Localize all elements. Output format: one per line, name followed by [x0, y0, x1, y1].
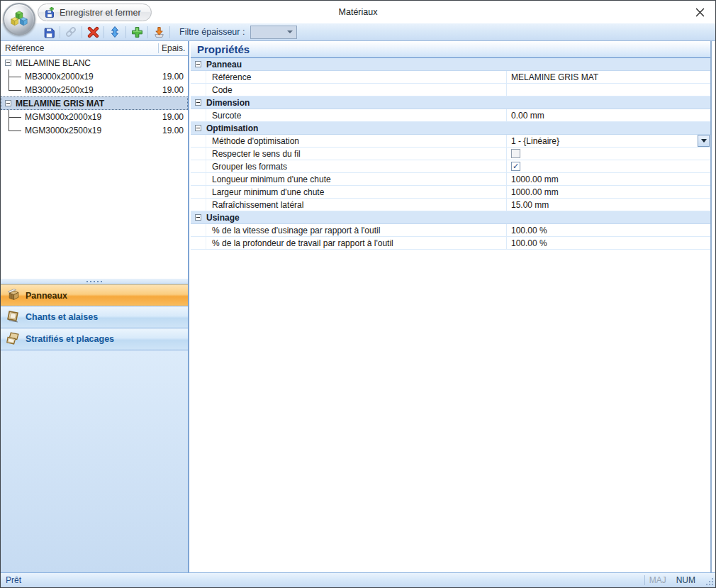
num-lock-indicator: NUM — [676, 575, 695, 585]
property-value[interactable]: 100.00 % — [507, 237, 710, 249]
property-gutter — [191, 237, 206, 249]
tree-connector — [5, 110, 25, 123]
save-and-close-label: Enregistrer et fermer — [60, 8, 141, 18]
property-row: RéférenceMELAMINE GRIS MAT — [191, 71, 710, 84]
property-row: Respecter le sens du fil — [191, 148, 710, 160]
toolbar-separator — [82, 26, 82, 38]
tree-item-label: MB3000x2500x19 — [25, 85, 158, 95]
property-category[interactable]: Optimisation — [191, 122, 710, 135]
collapse-icon[interactable] — [5, 100, 11, 106]
property-value-text: 1000.00 mm — [511, 187, 559, 197]
property-label: Rafraîchissement latéral — [206, 199, 507, 211]
save-and-close-button[interactable]: Enregistrer et fermer — [38, 4, 152, 21]
delete-button[interactable] — [84, 25, 101, 40]
tree-column-headers[interactable]: Référence Epais. — [1, 41, 188, 56]
filter-thickness-label: Filtre épaisseur : — [179, 27, 245, 37]
property-row: Code — [191, 84, 710, 96]
checkbox-unchecked[interactable] — [511, 149, 520, 158]
nav-button-label: Stratifiés et placages — [26, 334, 114, 344]
collapse-icon[interactable] — [195, 99, 201, 106]
property-category-label: Dimension — [206, 98, 250, 108]
property-label: % de la vitesse d'usinage par rapport à … — [206, 224, 507, 236]
property-value[interactable]: 1 - {Linéaire} — [507, 135, 710, 147]
properties-panel: Propriétés PanneauRéférenceMELAMINE GRIS… — [191, 41, 712, 572]
property-gutter — [191, 199, 206, 211]
property-value[interactable]: 1000.00 mm — [507, 186, 710, 198]
property-value[interactable]: 100.00 % — [507, 224, 710, 236]
panel-splitter[interactable] — [1, 278, 188, 284]
tree-item-thickness: 19.00 — [158, 85, 188, 95]
nav-button-stratifi-s-et-placages[interactable]: Stratifiés et placages — [1, 328, 188, 350]
application-menu-button[interactable] — [3, 3, 35, 35]
property-value-text: 100.00 % — [511, 226, 547, 235]
edgeband-icon — [6, 309, 20, 325]
property-gutter — [191, 224, 206, 236]
property-value[interactable]: 1000.00 mm — [507, 173, 710, 185]
property-value[interactable]: ✓ — [507, 160, 710, 172]
property-value-text: 100.00 % — [511, 238, 547, 248]
tree-group-row[interactable]: MELAMINE GRIS MAT — [1, 96, 188, 110]
property-row: % de la vitesse d'usinage par rapport à … — [191, 224, 710, 237]
nav-button-label: Panneaux — [26, 291, 67, 301]
link-icon — [65, 26, 77, 38]
dropdown-button[interactable] — [698, 135, 710, 147]
collapse-icon[interactable] — [195, 125, 201, 131]
property-value[interactable]: 0.00 mm — [507, 109, 710, 121]
property-label: Code — [206, 84, 507, 96]
cubes-logo-icon — [9, 9, 30, 30]
column-reference[interactable]: Référence — [1, 43, 158, 53]
caps-lock-indicator: MAJ — [649, 575, 666, 585]
delete-icon — [87, 26, 99, 38]
nav-button-label: Chants et alaises — [26, 312, 98, 322]
link-button[interactable] — [62, 25, 79, 40]
property-row: Méthode d'optimisation1 - {Linéaire} — [191, 135, 710, 148]
save-icon — [43, 26, 55, 38]
checkbox-checked[interactable]: ✓ — [511, 162, 520, 171]
tree-group-label: MELAMINE GRIS MAT — [16, 99, 158, 109]
panels-icon — [6, 288, 20, 304]
nav-button-panneaux[interactable]: Panneaux — [1, 284, 188, 306]
property-category[interactable]: Dimension — [191, 96, 710, 109]
laminate-icon — [6, 331, 20, 347]
resize-grip[interactable] — [705, 577, 714, 586]
tree-item-row[interactable]: MGM3000x2000x1919.00 — [1, 110, 188, 123]
tree-item-thickness: 19.00 — [158, 72, 188, 82]
property-value[interactable] — [507, 148, 710, 160]
properties-title: Propriétés — [197, 43, 250, 55]
property-value-text: 1000.00 mm — [511, 174, 559, 184]
collapse-icon[interactable] — [195, 61, 201, 67]
property-value-text: 0.00 mm — [511, 111, 544, 121]
property-row: Longueur minimum d'une chute1000.00 mm — [191, 173, 710, 186]
tree-group-label: MELAMINE BLANC — [16, 58, 158, 68]
tree-item-row[interactable]: MB3000x2500x1919.00 — [1, 83, 188, 96]
import-button[interactable] — [150, 25, 167, 40]
column-thickness[interactable]: Epais. — [158, 43, 188, 53]
property-category-label: Panneau — [206, 60, 242, 70]
property-value[interactable] — [507, 84, 710, 96]
nav-button-chants-et-alaises[interactable]: Chants et alaises — [1, 306, 188, 328]
property-category[interactable]: Usinage — [191, 211, 710, 224]
collapse-icon[interactable] — [5, 60, 11, 66]
tree-item-label: MGM3000x2500x19 — [25, 126, 158, 135]
tree-item-row[interactable]: MGM3000x2500x1919.00 — [1, 123, 188, 137]
property-label: Référence — [206, 71, 507, 83]
tree-item-thickness: 19.00 — [158, 126, 188, 135]
property-value-text: MELAMINE GRIS MAT — [511, 72, 598, 82]
property-category[interactable]: Panneau — [191, 58, 710, 71]
property-value[interactable]: MELAMINE GRIS MAT — [507, 71, 710, 83]
property-value[interactable]: 15.00 mm — [507, 199, 710, 211]
property-value-text: 15.00 mm — [511, 200, 549, 210]
move-button[interactable] — [106, 25, 123, 40]
property-label: Méthode d'optimisation — [206, 135, 507, 147]
property-row: % de la profondeur de travail par rappor… — [191, 237, 710, 250]
tree-group-row[interactable]: MELAMINE BLANC — [1, 56, 188, 70]
collapse-icon[interactable] — [195, 214, 201, 221]
property-gutter — [191, 160, 206, 172]
window-title: Matériaux — [339, 7, 378, 17]
add-button[interactable] — [128, 25, 145, 40]
tree-item-row[interactable]: MB3000x2000x1919.00 — [1, 70, 188, 83]
save-button[interactable] — [40, 25, 57, 40]
property-gutter — [191, 148, 206, 160]
filter-thickness-combobox[interactable] — [250, 26, 297, 39]
close-button[interactable] — [691, 4, 708, 20]
